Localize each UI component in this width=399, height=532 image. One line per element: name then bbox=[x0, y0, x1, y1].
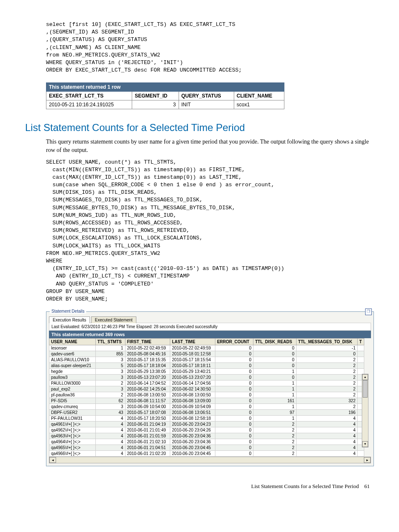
grid-row[interactable]: qadev-user68552010-05-08 04:45:162010-05… bbox=[49, 351, 364, 357]
tab-execution-results[interactable]: Execution Results bbox=[49, 316, 90, 323]
grid-row[interactable]: paul_exp232010-06-02 14:25:042010-06-02 … bbox=[49, 386, 364, 392]
statement-details-panel: Statement Details ❐ Execution Results Ex… bbox=[46, 311, 374, 466]
tab-executed-statement[interactable]: Executed Statement bbox=[91, 316, 136, 323]
col-header: QUERY_STATUS bbox=[179, 92, 234, 100]
grid-col-header[interactable]: USER_NAME bbox=[49, 339, 96, 345]
col-header: SEGMENT_ID bbox=[132, 92, 179, 100]
scroll-up-icon[interactable]: ▴ bbox=[362, 374, 368, 380]
sql-code-block-2: SELECT USER_NAME, count(*) as TTL_STMTS,… bbox=[46, 159, 374, 303]
result-table-1: This statement returned 1 row EXEC_START… bbox=[46, 82, 284, 109]
scroll-right-icon[interactable]: ▸ bbox=[364, 457, 371, 463]
results-grid[interactable]: USER_NAMETTL_STMTSFIRST_TIMELAST_TIMEERR… bbox=[49, 338, 364, 457]
scroll-thumb[interactable] bbox=[363, 380, 368, 398]
grid-row[interactable]: qa4963\#+[ ]<;>42010-06-01 21:01:592010-… bbox=[49, 433, 364, 439]
grid-col-header[interactable]: TTL_STMTS bbox=[96, 339, 125, 345]
col-header: CLIENT_NAME bbox=[234, 92, 284, 100]
footer-title: List Statement Counts for a Selected Tim… bbox=[251, 483, 359, 489]
grid-col-header[interactable]: T bbox=[357, 339, 364, 345]
vertical-scrollbar[interactable]: ▴ ▾ bbox=[362, 374, 368, 447]
scroll-left-icon[interactable]: ◂ bbox=[49, 457, 56, 463]
grid-row[interactable]: qa4965\#+[ ]<;>42010-06-01 21:04:512010-… bbox=[49, 445, 364, 451]
grid-row[interactable]: paullow332010-05-13 23:07:202010-05-13 2… bbox=[49, 375, 364, 380]
grid-col-header[interactable]: ERROR_COUNT bbox=[215, 339, 253, 345]
grid-row[interactable]: qa4964\#+[ ]<;>42010-06-01 21:02:102010-… bbox=[49, 439, 364, 445]
grid-row[interactable]: qa4961\#+[ ]<;>42010-06-01 21:04:192010-… bbox=[49, 421, 364, 427]
grid-row[interactable]: PF-SDI5622010-06-08 11:11:572010-06-08 1… bbox=[49, 398, 364, 404]
scroll-down-icon[interactable]: ▾ bbox=[362, 441, 368, 447]
grid-row[interactable]: pf-paullow3622010-06-08 13:00:502010-06-… bbox=[49, 392, 364, 398]
panel-legend: Statement Details bbox=[50, 309, 86, 314]
grid-col-header[interactable]: FIRST_TIME bbox=[125, 339, 170, 345]
grid-row[interactable]: qadev-cmureq32010-06-09 10:54:002010-06-… bbox=[49, 404, 364, 410]
page-number: 61 bbox=[364, 483, 370, 489]
grid-row[interactable]: DBPF-USER2432010-05-17 18:07:082010-06-0… bbox=[49, 410, 364, 416]
table-row: 2010-05-21 10:16:24.191025 3 INIT scox1 bbox=[46, 100, 284, 109]
grid-row[interactable]: ALIAS-PAULLOW1032010-05-17 18:15:352010-… bbox=[49, 357, 364, 363]
horizontal-scrollbar[interactable]: ◂ ▸ bbox=[49, 457, 371, 463]
grid-row[interactable]: PF-PAULLOW3142010-05-17 18:20:502010-06-… bbox=[49, 416, 364, 421]
grid-col-header[interactable]: TTL_DISK_READS bbox=[253, 339, 296, 345]
grid-col-header[interactable]: TTL_MESSAGES_TO_DISK bbox=[296, 339, 357, 345]
grid-row[interactable]: PAULLOW300022010-06-14 17:04:522010-06-1… bbox=[49, 380, 364, 386]
page-footer: List Statement Counts for a Selected Tim… bbox=[25, 483, 374, 490]
restore-window-icon[interactable]: ❐ bbox=[365, 308, 372, 315]
rows-returned-banner: This statement returned 369 rows bbox=[49, 330, 371, 338]
grid-header-row: USER_NAMETTL_STMTSFIRST_TIMELAST_TIMEERR… bbox=[49, 339, 364, 345]
tab-strip: Execution Results Executed Statement bbox=[49, 316, 371, 323]
grid-row[interactable]: qa4962\#+[ ]<;>42010-06-01 21:01:492010-… bbox=[49, 427, 364, 433]
grid-col-header[interactable]: LAST_TIME bbox=[170, 339, 215, 345]
section-heading: List Statement Counts for a Selected Tim… bbox=[25, 122, 374, 134]
grid-row[interactable]: qa4966\#+[ ]<;>42010-06-01 21:02:202010-… bbox=[49, 451, 364, 457]
result-banner: This statement returned 1 row bbox=[46, 83, 284, 92]
status-line: Last Evaluated: 6/23/2010 12:46:23 PM Ti… bbox=[49, 323, 371, 330]
grid-row[interactable]: lesonser12010-05-22 02:49:592010-05-22 0… bbox=[49, 345, 364, 351]
grid-row[interactable]: hegde32010-05-29 13:38:052010-05-29 13:4… bbox=[49, 369, 364, 375]
grid-row[interactable]: alias-super-sleeper2152010-05-17 18:18:0… bbox=[49, 363, 364, 369]
sql-code-block-1: select [first 10] (EXEC_START_LCT_TS) AS… bbox=[46, 21, 374, 74]
body-paragraph: This query returns statement counts by u… bbox=[46, 138, 374, 154]
col-header: EXEC_START_LCT_TS bbox=[46, 92, 132, 100]
